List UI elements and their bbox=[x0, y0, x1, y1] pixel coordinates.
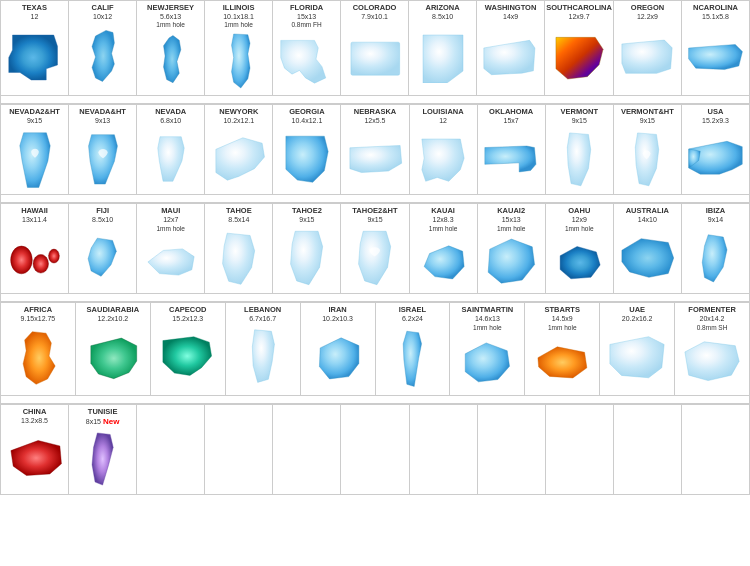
size-texas: 12 bbox=[31, 13, 39, 21]
shape-louisiana bbox=[411, 126, 476, 193]
shape-usa bbox=[683, 126, 748, 193]
label-oklahoma: OKLAHOMA bbox=[489, 107, 533, 116]
shape-illinois bbox=[206, 29, 271, 93]
size-stbarts: 14.5x9 bbox=[552, 315, 573, 323]
new-badge-tunisie: New bbox=[103, 417, 119, 426]
label-louisiana: LOUISIANA bbox=[422, 107, 463, 116]
cell-oklahoma: OKLAHOMA 15x7 bbox=[478, 105, 546, 195]
cell-saintmartin: SAINTMARTIN 14.6x13 1mm hole bbox=[450, 303, 525, 395]
cell-newyork: NEWYORK 10.2x12.1 bbox=[205, 105, 273, 195]
svg-point-1 bbox=[10, 246, 32, 274]
cell-georgia: GEORGIA 10.4x12.1 bbox=[273, 105, 341, 195]
cell-maui: MAUI 12x7 1mm hole bbox=[137, 204, 205, 294]
size-tahoe: 8.5x14 bbox=[228, 216, 249, 224]
shape-hawaii bbox=[2, 225, 67, 292]
cell-hawaii: HAWAII 13x11.4 bbox=[1, 204, 69, 294]
size-newjersey: 5.6x13 bbox=[160, 13, 181, 21]
size-australia: 14x10 bbox=[638, 216, 657, 224]
note-oahu: 1mm hole bbox=[565, 225, 594, 233]
label-tahoe2: TAHOE2 bbox=[292, 206, 322, 215]
cell-australia: AUSTRALIA 14x10 bbox=[614, 204, 682, 294]
label-uae: UAE bbox=[629, 305, 645, 314]
shape-colorado bbox=[342, 21, 407, 93]
row-3: HAWAII 13x11.4 FIJI 8.5x10 MAUI bbox=[0, 203, 750, 294]
spacer-1 bbox=[0, 96, 750, 104]
cell-empty-2 bbox=[205, 405, 273, 495]
shape-nebraska bbox=[342, 126, 407, 193]
label-fiji: FIJI bbox=[96, 206, 109, 215]
size-southcarolina: 12x9.7 bbox=[569, 13, 590, 21]
cell-tahoe: TAHOE 8.5x14 bbox=[205, 204, 273, 294]
shape-capecod bbox=[152, 324, 224, 393]
cell-texas: TEXAS 12 bbox=[1, 1, 69, 96]
row-2: NEVADA2&HT 9x15 NEVADA&HT 9x13 NEVADA bbox=[0, 104, 750, 195]
size-vermont: 9x15 bbox=[572, 117, 587, 125]
shape-saudiarabia bbox=[77, 324, 149, 393]
label-formenter: FORMENTER bbox=[688, 305, 736, 314]
size-georgia: 10.4x12.1 bbox=[292, 117, 323, 125]
cell-ncarolina: NCAROLINA 15.1x5.8 bbox=[682, 1, 750, 96]
label-hawaii: HAWAII bbox=[21, 206, 48, 215]
shape-vermontht bbox=[615, 126, 680, 193]
label-colorado: COLORADO bbox=[353, 3, 397, 12]
shape-africa bbox=[2, 324, 74, 393]
label-iran: IRAN bbox=[328, 305, 346, 314]
cell-china: CHINA 13.2x8.5 bbox=[1, 405, 69, 495]
cell-calif: CALIF 10x12 bbox=[69, 1, 137, 96]
note-newjersey: 1mm hole bbox=[156, 21, 185, 29]
shape-newyork bbox=[206, 126, 271, 193]
label-saudiarabia: SAUDIARABIA bbox=[87, 305, 140, 314]
app-container: TEXAS 12 CALIF 10x12 NEWJERSEY 5.6x13 1m… bbox=[0, 0, 750, 495]
shape-uae bbox=[601, 324, 673, 393]
note-kauai: 1mm hole bbox=[429, 225, 458, 233]
shape-fiji bbox=[70, 225, 135, 292]
size-lebanon: 6.7x16.7 bbox=[249, 315, 276, 323]
cell-nevada2ht: NEVADA2&HT 9x15 bbox=[1, 105, 69, 195]
cell-nevadaht: NEVADA&HT 9x13 bbox=[69, 105, 137, 195]
label-florida: FLORIDA bbox=[290, 3, 323, 12]
shape-tunisie bbox=[70, 426, 135, 491]
spacer-2 bbox=[0, 195, 750, 203]
shape-nevadaht bbox=[70, 126, 135, 193]
label-tunisie: TUNISIE bbox=[88, 407, 118, 416]
shape-saintmartin bbox=[451, 332, 523, 393]
note-maui: 1mm hole bbox=[156, 225, 185, 233]
size-kauai2: 15x13 bbox=[502, 216, 521, 224]
label-southcarolina: SOUTHCAROLINA bbox=[546, 3, 612, 12]
shape-calif bbox=[70, 21, 135, 93]
cell-louisiana: LOUISIANA 12 bbox=[410, 105, 478, 195]
shape-oklahoma bbox=[479, 126, 544, 193]
shape-georgia bbox=[274, 126, 339, 193]
label-capecod: CAPECOD bbox=[169, 305, 207, 314]
label-australia: AUSTRALIA bbox=[626, 206, 669, 215]
size-oklahoma: 15x7 bbox=[504, 117, 519, 125]
shape-oregon bbox=[615, 21, 680, 93]
size-tahoe2: 9x15 bbox=[299, 216, 314, 224]
label-africa: AFRICA bbox=[24, 305, 52, 314]
label-oahu: OAHU bbox=[568, 206, 590, 215]
cell-nevada: NEVADA 6.8x10 bbox=[137, 105, 205, 195]
cell-saudiarabia: SAUDIARABIA 12.2x10.2 bbox=[76, 303, 151, 395]
size-colorado: 7.9x10.1 bbox=[361, 13, 388, 21]
label-tahoe2ht: TAHOE2&HT bbox=[352, 206, 397, 215]
label-newjersey: NEWJERSEY bbox=[147, 3, 194, 12]
size-iran: 10.2x10.3 bbox=[322, 315, 353, 323]
size-hawaii: 13x11.4 bbox=[22, 216, 47, 224]
cell-uae: UAE 20.2x16.2 bbox=[600, 303, 675, 395]
label-nevada2ht: NEVADA2&HT bbox=[9, 107, 60, 116]
label-saintmartin: SAINTMARTIN bbox=[462, 305, 514, 314]
size-africa: 9.15x12.75 bbox=[21, 315, 56, 323]
cell-empty-5 bbox=[410, 405, 478, 495]
note-illinois: 1mm hole bbox=[224, 21, 253, 29]
size-formenter: 20x14.2 bbox=[700, 315, 725, 323]
size-kauai: 12x8.3 bbox=[433, 216, 454, 224]
label-ibiza: IBIZA bbox=[706, 206, 726, 215]
shape-texas bbox=[2, 21, 67, 93]
cell-empty-7 bbox=[546, 405, 614, 495]
cell-lebanon: LEBANON 6.7x16.7 bbox=[226, 303, 301, 395]
cell-oregon: OREGON 12.2x9 bbox=[614, 1, 682, 96]
cell-kauai: KAUAI 12x8.3 1mm hole bbox=[410, 204, 478, 294]
note-kauai2: 1mm hole bbox=[497, 225, 526, 233]
note-formenter: 0.8mm SH bbox=[697, 324, 728, 332]
size-washington: 14x9 bbox=[503, 13, 518, 21]
